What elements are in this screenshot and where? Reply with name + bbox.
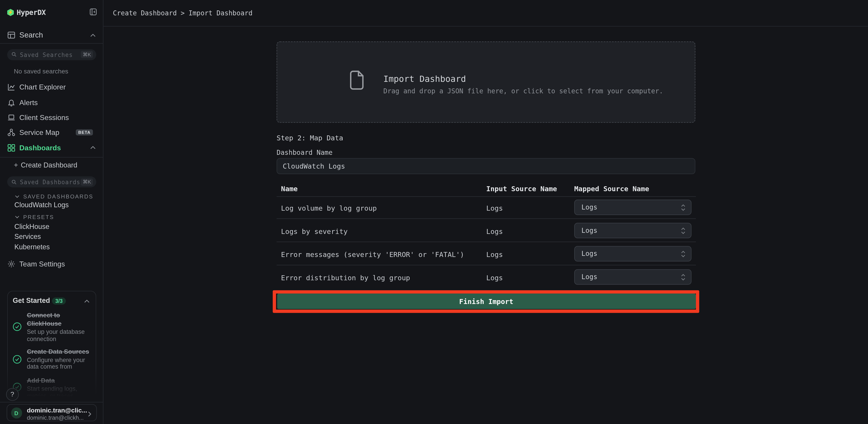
search-icon bbox=[11, 180, 17, 185]
section-label: PRESETS bbox=[23, 214, 54, 220]
user-menu[interactable]: D dominic.tran@clic... dominic.tran@clic… bbox=[6, 404, 97, 421]
dropzone-title: Import Dashboard bbox=[383, 74, 466, 84]
select-value: Logs bbox=[582, 250, 681, 258]
create-dashboard-button[interactable]: + Create Dashboard bbox=[14, 161, 78, 169]
user-email: dominic.tran@clickh... bbox=[27, 414, 89, 420]
get-started-item-add-data[interactable]: Add Data Start sending logs, metrics, or… bbox=[27, 377, 94, 399]
dashboard-name-label: Dashboard Name bbox=[277, 149, 333, 156]
divider bbox=[0, 157, 103, 157]
header-divider bbox=[103, 26, 868, 27]
row-name: Log volume by log group bbox=[281, 204, 377, 212]
select-chevrons-icon bbox=[681, 204, 685, 211]
col-header-name: Name bbox=[281, 185, 298, 193]
select-value: Logs bbox=[582, 203, 681, 211]
breadcrumb-import-dashboard[interactable]: Import Dashboard bbox=[189, 9, 253, 17]
get-started-progress-badge: 3/3 bbox=[52, 297, 66, 305]
sidebar-item-alerts[interactable]: Alerts bbox=[0, 95, 103, 110]
row-input-source: Logs bbox=[486, 227, 503, 235]
collapse-sidebar-icon bbox=[90, 8, 97, 15]
breadcrumb-separator: > bbox=[181, 9, 185, 17]
breadcrumb-create-dashboard[interactable]: Create Dashboard bbox=[113, 9, 177, 17]
row-name: Error messages (severity 'ERROR' or 'FAT… bbox=[281, 250, 464, 259]
dashboards-icon bbox=[7, 143, 16, 152]
sidebar-item-team-settings[interactable]: Team Settings bbox=[0, 256, 103, 272]
sidebar-item-label: Client Sessions bbox=[20, 113, 69, 121]
mapped-source-select[interactable]: Logs bbox=[574, 223, 691, 238]
app-title: HyperDX bbox=[17, 8, 46, 17]
sidebar-section-search[interactable]: Search bbox=[0, 27, 103, 43]
sidebar-item-label: Service Map bbox=[20, 128, 60, 136]
mapped-source-select[interactable]: Logs bbox=[574, 200, 691, 215]
chevron-down-icon bbox=[15, 195, 20, 198]
search-section-icon bbox=[7, 31, 16, 39]
chevron-up-icon[interactable] bbox=[84, 300, 90, 303]
saved-dashboards-placeholder: Saved Dashboards bbox=[20, 178, 81, 185]
select-chevrons-icon bbox=[681, 227, 685, 234]
avatar-initial: D bbox=[14, 410, 18, 416]
app-logo: ⚡ HyperDX bbox=[7, 8, 46, 17]
section-presets[interactable]: PRESETS bbox=[15, 213, 54, 221]
step-heading: Step 2: Map Data bbox=[277, 134, 343, 142]
divider bbox=[0, 43, 103, 43]
table-divider bbox=[277, 241, 696, 242]
section-saved-dashboards[interactable]: SAVED DASHBOARDS bbox=[15, 192, 93, 200]
sidebar-item-chart-explorer[interactable]: Chart Explorer bbox=[0, 79, 103, 95]
sidebar-item-label: Chart Explorer bbox=[20, 83, 66, 91]
saved-searches-placeholder: Saved Searches bbox=[20, 51, 81, 58]
beta-badge: BETA bbox=[76, 129, 93, 135]
sidebar: ⚡ HyperDX Search bbox=[0, 0, 103, 424]
table-divider bbox=[277, 265, 696, 265]
saved-dashboards-input[interactable]: Saved Dashboards ⌘K bbox=[7, 176, 96, 187]
task-title: Connect to ClickHouse bbox=[27, 311, 94, 328]
collapse-sidebar-button[interactable] bbox=[90, 8, 97, 15]
shortcut-badge: ⌘K bbox=[81, 178, 93, 186]
row-input-source: Logs bbox=[486, 273, 503, 282]
shortcut-badge: ⌘K bbox=[81, 51, 93, 58]
annotation-highlight-box bbox=[273, 290, 699, 313]
get-started-item-connect[interactable]: Connect to ClickHouse Set up your databa… bbox=[27, 311, 94, 342]
sidebar-item-label: Dashboards bbox=[20, 143, 61, 152]
dropzone-subtitle: Drag and drop a JSON file here, or click… bbox=[383, 87, 663, 95]
sidebar-item-dashboards[interactable]: Dashboards bbox=[0, 140, 103, 155]
task-subtitle: Configure where your data comes from bbox=[27, 356, 95, 370]
get-started-panel: Get Started 3/3 Connect to ClickHouse Se… bbox=[7, 291, 96, 401]
col-header-input-source: Input Source Name bbox=[486, 185, 557, 193]
mapped-source-select[interactable]: Logs bbox=[574, 246, 691, 261]
task-subtitle: Set up your database connection bbox=[27, 328, 95, 342]
check-circle-icon bbox=[12, 322, 21, 331]
user-display-name: dominic.tran@clic... bbox=[27, 406, 89, 413]
task-subtitle: Start sending logs, metrics, or traces bbox=[27, 385, 95, 399]
help-label: ? bbox=[10, 390, 14, 398]
service-map-icon bbox=[7, 128, 16, 136]
dashboard-link-cloudwatch-logs[interactable]: CloudWatch Logs bbox=[14, 201, 69, 209]
task-title: Create Data Sources bbox=[27, 347, 94, 356]
task-title: Add Data bbox=[27, 377, 94, 385]
search-section-label: Search bbox=[20, 31, 43, 39]
col-header-mapped-source: Mapped Source Name bbox=[574, 185, 649, 193]
row-name: Error distribution by log group bbox=[281, 273, 410, 282]
help-button[interactable]: ? bbox=[6, 388, 19, 400]
mapped-source-select[interactable]: Logs bbox=[574, 269, 691, 285]
divider bbox=[0, 402, 103, 402]
chart-explorer-icon bbox=[7, 83, 16, 91]
breadcrumb: Create Dashboard > Import Dashboard bbox=[113, 9, 252, 17]
dashboard-name-input[interactable] bbox=[277, 158, 695, 174]
sidebar-item-client-sessions[interactable]: Client Sessions bbox=[0, 109, 103, 125]
preset-link-clickhouse[interactable]: ClickHouse bbox=[14, 223, 50, 230]
main-content: Create Dashboard > Import Dashboard Impo… bbox=[103, 0, 868, 424]
table-divider bbox=[277, 218, 696, 219]
laptop-icon bbox=[7, 113, 16, 121]
import-dropzone[interactable]: Import Dashboard Drag and drop a JSON fi… bbox=[276, 41, 695, 123]
saved-searches-input[interactable]: Saved Searches ⌘K bbox=[7, 49, 96, 60]
preset-link-services[interactable]: Services bbox=[14, 233, 41, 240]
gear-icon bbox=[7, 260, 16, 268]
create-dashboard-label: Create Dashboard bbox=[21, 161, 78, 169]
get-started-title: Get Started bbox=[13, 297, 50, 305]
select-value: Logs bbox=[582, 227, 681, 234]
sidebar-item-label: Alerts bbox=[20, 98, 38, 106]
table-divider bbox=[277, 196, 696, 196]
get-started-item-sources[interactable]: Create Data Sources Configure where your… bbox=[27, 347, 94, 370]
preset-link-kubernetes[interactable]: Kubernetes bbox=[14, 243, 50, 251]
chevron-up-icon bbox=[90, 146, 96, 150]
chevron-up-icon bbox=[90, 33, 96, 37]
